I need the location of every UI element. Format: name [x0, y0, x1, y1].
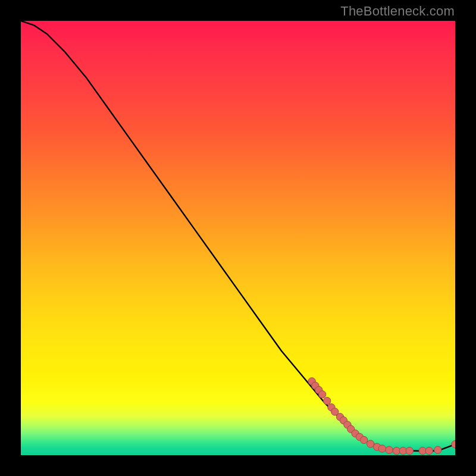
data-marker [425, 447, 433, 455]
data-marker [452, 441, 455, 448]
data-marker [361, 436, 368, 443]
data-marker [318, 391, 325, 398]
attribution-label: TheBottleneck.com [340, 4, 455, 19]
data-marker [434, 446, 441, 453]
data-marker [323, 397, 330, 405]
data-marker [386, 446, 393, 453]
data-marker [406, 447, 413, 455]
data-markers [308, 378, 455, 455]
bottleneck-curve [21, 21, 455, 451]
data-marker [378, 445, 386, 452]
plot-area [21, 21, 455, 455]
chart-overlay-svg [21, 21, 455, 455]
chart-stage: TheBottleneck.com [0, 0, 476, 476]
